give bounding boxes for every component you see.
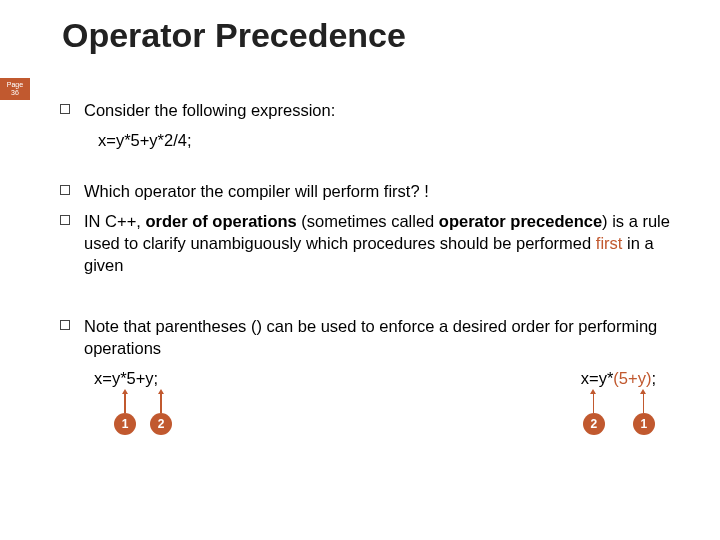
- right-circles: 2 1: [583, 413, 656, 435]
- arrow-icon: [643, 393, 645, 413]
- examples-row: x=y*5+y; 1 2 x=y*(5+y); 2: [60, 367, 680, 435]
- page-badge: Page 36: [0, 78, 30, 100]
- bullet-box-icon: [60, 215, 70, 225]
- arrow-icon: [124, 393, 126, 413]
- bullet-1: Consider the following expression:: [60, 99, 680, 121]
- left-circles: 1 2: [114, 413, 172, 435]
- example-left: x=y*5+y; 1 2: [94, 367, 172, 435]
- page-number: 36: [11, 89, 19, 97]
- bullet-4: Note that parentheses () can be used to …: [60, 315, 680, 360]
- bullet-2-text: Which operator the compiler will perform…: [84, 180, 680, 202]
- bullet-box-icon: [60, 320, 70, 330]
- bullet-box-icon: [60, 185, 70, 195]
- step-circle-1: 1: [633, 413, 655, 435]
- arrow-icon: [593, 393, 595, 413]
- example-right: x=y*(5+y); 2 1: [581, 367, 656, 435]
- example-left-expr: x=y*5+y;: [94, 367, 172, 389]
- content-area: Consider the following expression: x=y*5…: [0, 69, 720, 435]
- page-label: Page: [7, 81, 23, 89]
- step-circle-2: 2: [150, 413, 172, 435]
- bullet-3: IN C++, order of operations (sometimes c…: [60, 210, 680, 277]
- example-right-expr: x=y*(5+y);: [581, 367, 656, 389]
- step-circle-2: 2: [583, 413, 605, 435]
- expression-1: x=y*5+y*2/4;: [60, 129, 680, 151]
- bullet-3-text: IN C++, order of operations (sometimes c…: [84, 210, 680, 277]
- slide-title: Operator Precedence: [0, 0, 720, 69]
- arrow-icon: [160, 393, 162, 413]
- bullet-1-text: Consider the following expression:: [84, 99, 680, 121]
- bullet-box-icon: [60, 104, 70, 114]
- step-circle-1: 1: [114, 413, 136, 435]
- bullet-4-text: Note that parentheses () can be used to …: [84, 315, 680, 360]
- bullet-2: Which operator the compiler will perform…: [60, 180, 680, 202]
